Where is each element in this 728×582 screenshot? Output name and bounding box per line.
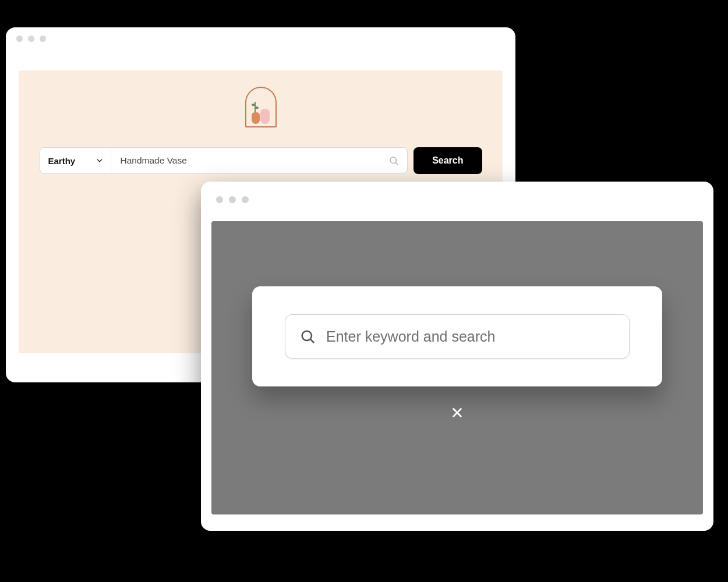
svg-line-1	[395, 162, 398, 165]
traffic-light-dot	[242, 196, 249, 203]
logo-leaf-icon	[255, 102, 256, 112]
search-input[interactable]: Handmade Vase	[111, 148, 408, 173]
search-icon	[388, 155, 399, 166]
window-titlebar	[201, 182, 713, 218]
search-combo: Earthy Handmade Vase	[40, 147, 408, 174]
traffic-light-dot	[216, 196, 223, 203]
category-select[interactable]: Earthy	[40, 148, 111, 173]
search-button-label: Search	[432, 155, 463, 165]
category-select-value: Earthy	[48, 156, 76, 166]
brand-logo	[245, 87, 277, 127]
traffic-light-dot	[16, 36, 23, 42]
traffic-light-dot	[229, 196, 236, 203]
close-icon[interactable]	[451, 406, 464, 419]
search-input-value: Handmade Vase	[121, 155, 187, 166]
traffic-light-dot	[28, 36, 34, 42]
traffic-light-dot	[40, 36, 46, 42]
chevron-down-icon	[96, 157, 104, 165]
logo-vase-icon	[252, 112, 260, 124]
search-modal: Enter keyword and search	[252, 286, 662, 386]
svg-line-3	[310, 339, 314, 343]
search-icon	[299, 328, 316, 345]
browser-window-front: Enter keyword and search	[201, 182, 713, 531]
logo-vase-icon	[260, 109, 270, 124]
search-button[interactable]: Search	[414, 147, 482, 174]
modal-search-input[interactable]: Enter keyword and search	[285, 314, 630, 359]
modal-backdrop: Enter keyword and search	[211, 221, 703, 514]
modal-search-placeholder: Enter keyword and search	[326, 328, 495, 345]
search-bar: Earthy Handmade Vase Search	[40, 147, 482, 174]
window-titlebar	[6, 27, 515, 49]
